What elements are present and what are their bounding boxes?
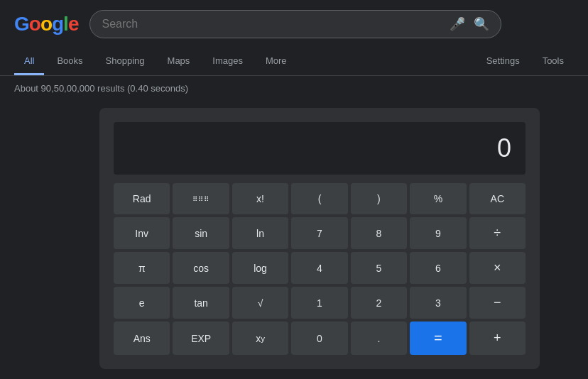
tab-settings[interactable]: Settings	[477, 48, 530, 75]
btn-open-paren[interactable]: (	[291, 183, 347, 214]
btn-add[interactable]: +	[469, 322, 526, 355]
btn-5[interactable]: 5	[351, 252, 407, 284]
search-input[interactable]: calculator	[102, 18, 437, 31]
calculator-display: 0	[114, 122, 526, 175]
search-icons: 🎤 🔍	[450, 16, 489, 32]
btn-e[interactable]: e	[114, 287, 170, 319]
btn-multiply[interactable]: ×	[469, 252, 526, 284]
btn-subtract[interactable]: −	[469, 287, 526, 319]
calculator-grid: Rad ⠿⠿⠿ x! ( ) % AC Inv sin ln 7 8 9 ÷ π…	[114, 183, 526, 355]
btn-4[interactable]: 4	[291, 252, 347, 284]
btn-8[interactable]: 8	[351, 217, 407, 249]
btn-power[interactable]: xy	[232, 322, 288, 355]
microphone-icon[interactable]: 🎤	[450, 16, 465, 32]
search-bar: calculator 🎤 🔍	[89, 10, 501, 38]
calculator: 0 Rad ⠿⠿⠿ x! ( ) % AC Inv sin ln 7 8 9 ÷…	[99, 108, 540, 369]
tab-books[interactable]: Books	[47, 48, 92, 75]
header: Google calculator 🎤 🔍	[0, 0, 588, 48]
btn-1[interactable]: 1	[291, 287, 347, 319]
btn-0[interactable]: 0	[291, 322, 347, 355]
btn-9[interactable]: 9	[410, 217, 466, 249]
tab-tools[interactable]: Tools	[533, 48, 574, 75]
btn-inv[interactable]: Inv	[114, 217, 170, 249]
btn-grid[interactable]: ⠿⠿⠿	[173, 183, 229, 214]
btn-6[interactable]: 6	[410, 252, 466, 284]
btn-exp[interactable]: EXP	[173, 322, 229, 355]
btn-ln[interactable]: ln	[232, 217, 288, 249]
btn-equals[interactable]: =	[410, 322, 466, 355]
nav-tabs: All Books Shopping Maps Images More Sett…	[0, 48, 588, 76]
btn-percent[interactable]: %	[410, 183, 466, 214]
results-info: About 90,50,00,000 results (0.40 seconds…	[0, 76, 588, 101]
btn-2[interactable]: 2	[351, 287, 407, 319]
nav-right: Settings Tools	[477, 48, 574, 75]
tab-shopping[interactable]: Shopping	[96, 48, 155, 75]
btn-tan[interactable]: tan	[173, 287, 229, 319]
tab-maps[interactable]: Maps	[158, 48, 200, 75]
btn-close-paren[interactable]: )	[351, 183, 407, 214]
btn-log[interactable]: log	[232, 252, 288, 284]
btn-sqrt[interactable]: √	[232, 287, 288, 319]
btn-cos[interactable]: cos	[173, 252, 229, 284]
btn-factorial[interactable]: x!	[232, 183, 288, 214]
btn-sin[interactable]: sin	[173, 217, 229, 249]
btn-7[interactable]: 7	[291, 217, 347, 249]
btn-3[interactable]: 3	[410, 287, 466, 319]
tab-more[interactable]: More	[256, 48, 297, 75]
btn-ans[interactable]: Ans	[114, 322, 170, 355]
btn-divide[interactable]: ÷	[469, 217, 526, 249]
btn-decimal[interactable]: .	[351, 322, 407, 355]
google-logo: Google	[14, 13, 78, 35]
btn-ac[interactable]: AC	[469, 183, 526, 214]
tab-images[interactable]: Images	[202, 48, 253, 75]
search-icon[interactable]: 🔍	[474, 16, 489, 32]
btn-pi[interactable]: π	[114, 252, 170, 284]
btn-rad[interactable]: Rad	[114, 183, 170, 214]
tab-all[interactable]: All	[14, 48, 44, 75]
